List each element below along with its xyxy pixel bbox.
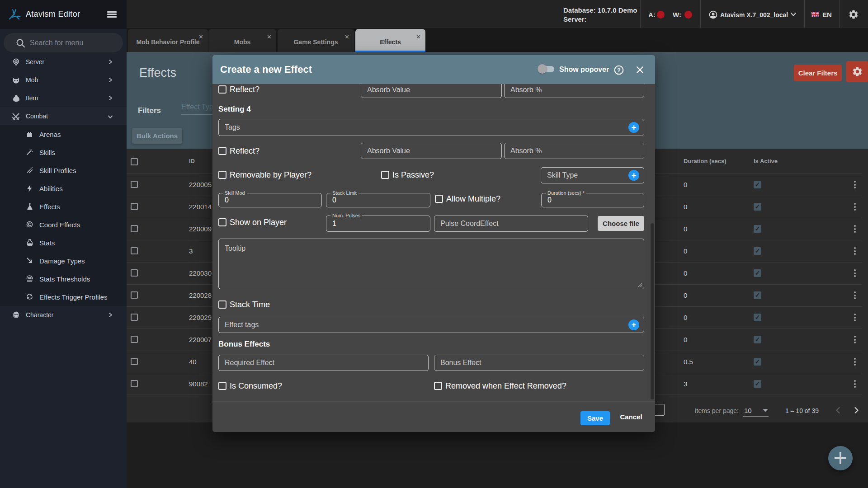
svg-text:?: ? xyxy=(617,67,620,74)
